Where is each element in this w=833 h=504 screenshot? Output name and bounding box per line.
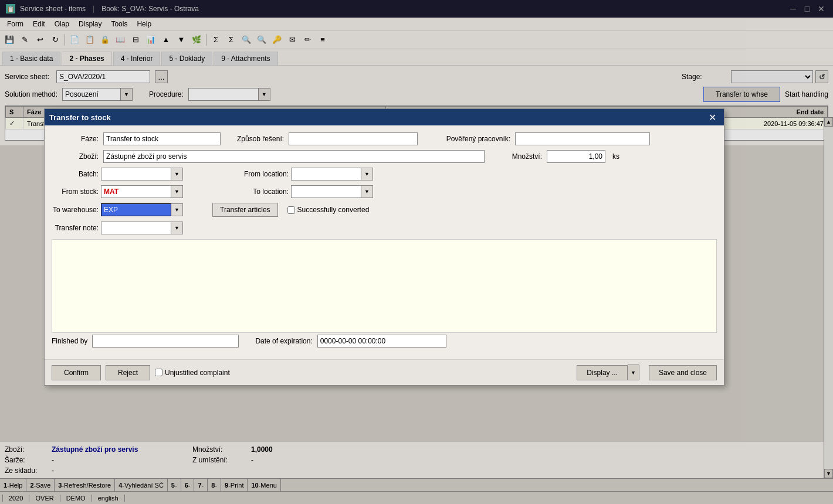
to-warehouse-combo: ▼ <box>101 203 183 216</box>
modal-footer: Confirm Reject Unjustified complaint Dis… <box>45 359 724 385</box>
to-warehouse-dropdown-btn[interactable]: ▼ <box>171 203 183 216</box>
display-dropdown-btn[interactable]: ▼ <box>628 365 639 380</box>
to-location-dropdown-btn[interactable]: ▼ <box>361 185 373 198</box>
mnozstvi-modal-input[interactable] <box>547 150 605 163</box>
modal-title: Transfer to stock <box>49 113 111 122</box>
mnozstvi-modal-label: Množství: <box>501 152 542 161</box>
batch-combo: ▼ <box>101 168 183 181</box>
modal-body: Fáze: Způsob řešení: Pověřený pracovník:… <box>45 125 724 359</box>
zbozi-modal-input[interactable] <box>103 150 485 163</box>
batch-dropdown-btn[interactable]: ▼ <box>171 168 183 181</box>
successfully-converted-checkbox[interactable] <box>287 206 295 214</box>
date-expiration-input[interactable] <box>317 335 446 348</box>
notes-textarea[interactable] <box>52 239 717 333</box>
transfer-note-label: Transfer note: <box>52 224 99 232</box>
finished-by-input[interactable] <box>92 335 239 348</box>
transfer-note-combo: ▼ <box>101 222 183 234</box>
to-location-input[interactable] <box>291 185 361 198</box>
faze-label: Fáze: <box>52 135 99 143</box>
from-stock-input[interactable] <box>101 185 171 198</box>
batch-label: Batch: <box>52 170 99 178</box>
modal-overlay: Transfer to stock ✕ Fáze: Způsob řešení:… <box>0 0 833 504</box>
transfer-note-row: Transfer note: ▼ <box>52 222 717 234</box>
to-warehouse-label: To warehouse: <box>52 206 99 214</box>
from-stock-label: From stock: <box>52 188 99 196</box>
warehouse-row: From stock: ▼ To location: ▼ <box>52 185 717 198</box>
successfully-converted-label[interactable]: Successfully converted <box>287 206 370 214</box>
from-location-dropdown-btn[interactable]: ▼ <box>361 168 373 181</box>
from-location-label: From location: <box>242 170 289 178</box>
from-stock-combo: ▼ <box>101 185 183 198</box>
to-warehouse-input[interactable] <box>101 203 171 216</box>
unjustified-complaint-label[interactable]: Unjustified complaint <box>155 369 230 377</box>
transfer-note-dropdown-btn[interactable]: ▼ <box>171 222 183 234</box>
povereny-label: Pověřený pracovník: <box>434 135 510 143</box>
transfer-note-input[interactable] <box>101 222 171 234</box>
transfer-to-stock-modal: Transfer to stock ✕ Fáze: Způsob řešení:… <box>44 108 724 386</box>
to-location-label: To location: <box>242 188 289 196</box>
display-btn[interactable]: Display ... <box>577 365 628 380</box>
mnozstvi-unit: ks <box>612 152 619 161</box>
faze-input[interactable] <box>103 132 221 145</box>
batch-input[interactable] <box>101 168 171 181</box>
reject-btn[interactable]: Reject <box>106 365 150 380</box>
to-location-combo: ▼ <box>291 185 373 198</box>
unjustified-complaint-checkbox[interactable] <box>155 369 162 376</box>
date-expiration-label: Date of expiration: <box>255 337 312 345</box>
zpusob-input[interactable] <box>289 132 418 145</box>
zbozi-modal-row: Zboží: Množství: ks <box>52 150 717 163</box>
modal-title-bar: Transfer to stock ✕ <box>45 109 724 125</box>
from-location-combo: ▼ <box>291 168 373 181</box>
transfer-articles-btn[interactable]: Transfer articles <box>212 203 278 217</box>
from-location-input[interactable] <box>291 168 361 181</box>
save-close-btn[interactable]: Save and close <box>649 365 717 380</box>
confirm-btn[interactable]: Confirm <box>52 365 101 380</box>
zpusob-label: Způsob řešení: <box>237 135 284 143</box>
povereny-input[interactable] <box>515 132 650 145</box>
modal-close-btn[interactable]: ✕ <box>705 110 719 124</box>
finished-row: Finished by Date of expiration: <box>52 335 717 348</box>
from-stock-dropdown-btn[interactable]: ▼ <box>171 185 183 198</box>
display-combo: Display ... ▼ <box>577 365 639 380</box>
zbozi-modal-label: Zboží: <box>52 152 99 161</box>
finished-by-label: Finished by <box>52 337 87 345</box>
faze-row: Fáze: Způsob řešení: Pověřený pracovník: <box>52 132 717 145</box>
stock-row: Batch: ▼ From location: ▼ <box>52 168 717 181</box>
to-warehouse-row: To warehouse: ▼ Transfer articles Succes… <box>52 203 717 217</box>
